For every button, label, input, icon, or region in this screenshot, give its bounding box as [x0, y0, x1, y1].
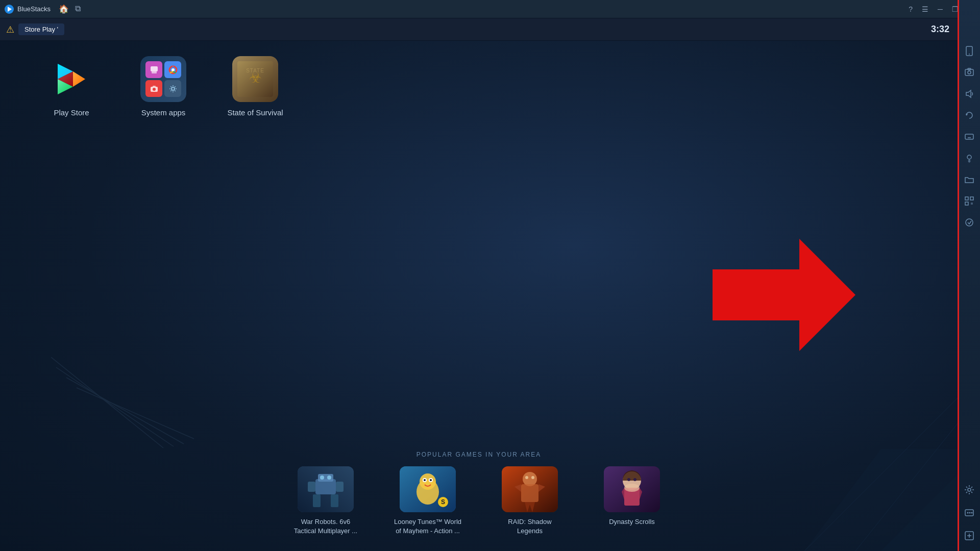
red-arrow	[713, 239, 855, 353]
play-store-icon-wrap	[48, 56, 94, 102]
menu-icon[interactable]: ☰	[920, 4, 930, 14]
svg-point-83	[971, 512, 972, 514]
svg-point-53	[531, 476, 534, 479]
sys-icon-pink	[145, 61, 162, 78]
svg-rect-36	[331, 494, 338, 507]
titlebar: BlueStacks 🏠 ⧉ ? ☰ ─ ❐ ✕	[0, 0, 980, 18]
svg-line-2	[77, 388, 194, 439]
sidebar-btn-macro[interactable]	[959, 212, 979, 233]
app-system-apps[interactable]: System apps	[133, 56, 194, 117]
svg-rect-63	[965, 69, 973, 76]
svg-rect-76	[965, 202, 968, 205]
play-store-icon	[48, 56, 94, 102]
svg-rect-33	[308, 482, 315, 492]
svg-marker-60	[713, 239, 855, 351]
game-war-robots[interactable]: War Robots. 6v6 Tactical Multiplayer ...	[290, 466, 361, 536]
svg-text:S: S	[441, 498, 445, 506]
app-logo-area: BlueStacks	[4, 4, 51, 14]
svg-point-22	[153, 88, 156, 91]
svg-text:☣: ☣	[249, 70, 262, 86]
svg-point-58	[627, 478, 630, 481]
svg-point-82	[969, 512, 970, 514]
svg-rect-26	[237, 61, 273, 97]
looney-tunes-thumb: S	[400, 466, 456, 512]
raid-shadow-label: RAID: Shadow Legends	[508, 517, 551, 536]
svg-marker-12	[73, 71, 85, 87]
svg-rect-34	[336, 482, 344, 492]
svg-point-50	[523, 472, 537, 486]
sys-icon-camera	[145, 80, 162, 97]
svg-point-64	[968, 71, 971, 74]
system-apps-icon-wrap	[140, 56, 186, 102]
sidebar-btn-screenshot[interactable]	[959, 62, 979, 83]
popular-games-row: War Robots. 6v6 Tactical Multiplayer ...	[290, 466, 668, 536]
popular-games-section: POPULAR GAMES IN YOUR AREA	[0, 451, 958, 536]
sidebar-right	[958, 0, 980, 551]
svg-line-5	[51, 357, 163, 448]
svg-rect-51	[521, 484, 538, 502]
svg-rect-25	[237, 61, 273, 97]
svg-point-78	[966, 219, 973, 226]
svg-point-62	[969, 54, 970, 55]
sidebar-btn-folder[interactable]	[959, 169, 979, 190]
svg-rect-75	[970, 197, 973, 200]
copy-icon[interactable]: ⧉	[75, 4, 81, 14]
game-looney-tunes[interactable]: S Looney Tunes™ World of Mayhem - Action…	[392, 466, 463, 536]
sidebar-btn-location[interactable]	[959, 148, 979, 168]
app-title: BlueStacks	[17, 5, 51, 13]
sys-icon-chrome	[164, 61, 181, 78]
home-icon[interactable]: 🏠	[59, 4, 69, 14]
svg-point-57	[624, 484, 640, 492]
sidebar-btn-volume[interactable]	[959, 84, 979, 104]
sidebar-btn-settings[interactable]	[959, 480, 979, 500]
svg-point-79	[968, 488, 971, 491]
game-raid-shadow[interactable]: RAID: Shadow Legends	[494, 466, 566, 536]
sys-icon-gear	[164, 80, 181, 97]
svg-rect-23	[153, 86, 156, 87]
svg-point-81	[967, 512, 968, 514]
sidebar-btn-more[interactable]	[959, 525, 979, 546]
svg-rect-35	[313, 494, 321, 507]
app-state-of-survival[interactable]: ☣ STATE State of Survival	[225, 56, 286, 117]
svg-line-3	[66, 378, 184, 444]
sidebar-btn-keyboard[interactable]	[959, 127, 979, 147]
app-play-store[interactable]: Play Store	[41, 56, 102, 117]
sidebar-btn-rotate[interactable]	[959, 105, 979, 126]
sos-icon: ☣ STATE	[232, 56, 278, 102]
sidebar-btn-phone[interactable]	[959, 41, 979, 61]
war-robots-label: War Robots. 6v6 Tactical Multiplayer ...	[294, 517, 357, 536]
sos-label: State of Survival	[227, 108, 283, 117]
apps-grid: Play Store	[41, 56, 286, 117]
svg-rect-77	[971, 203, 973, 205]
sidebar-btn-scan[interactable]	[959, 191, 979, 211]
decorative-lines	[51, 296, 204, 449]
toolbar: ⚠ Store Play ' 3:32	[0, 18, 980, 41]
warning-icon: ⚠	[6, 24, 14, 35]
svg-point-42	[420, 473, 436, 490]
svg-rect-68	[965, 134, 973, 139]
game-dynasty-scrolls[interactable]: Dynasty Scrolls	[596, 466, 668, 536]
help-icon[interactable]: ?	[906, 4, 915, 14]
svg-point-52	[525, 476, 528, 479]
svg-rect-14	[151, 66, 158, 71]
play-store-label: Play Store	[54, 108, 89, 117]
svg-marker-66	[966, 90, 971, 97]
system-apps-icon	[140, 56, 186, 102]
svg-line-4	[56, 367, 174, 446]
svg-point-46	[430, 479, 432, 481]
tab-store-play[interactable]: Store Play '	[18, 23, 64, 35]
svg-point-37	[320, 475, 324, 480]
svg-point-17	[172, 68, 175, 71]
red-arrow-svg	[713, 239, 855, 351]
nav-icons: 🏠 ⧉	[59, 4, 81, 14]
svg-point-38	[327, 475, 331, 480]
svg-rect-15	[152, 71, 157, 73]
minimize-button[interactable]: ─	[936, 4, 945, 14]
sidebar-btn-feedback[interactable]	[959, 503, 979, 523]
sos-graphic: ☣ STATE	[237, 61, 273, 97]
svg-text:STATE: STATE	[246, 68, 264, 73]
dynasty-scrolls-thumb	[604, 466, 660, 512]
raid-shadow-thumb	[502, 466, 558, 512]
war-robots-thumb	[298, 466, 354, 512]
svg-rect-74	[965, 197, 968, 200]
